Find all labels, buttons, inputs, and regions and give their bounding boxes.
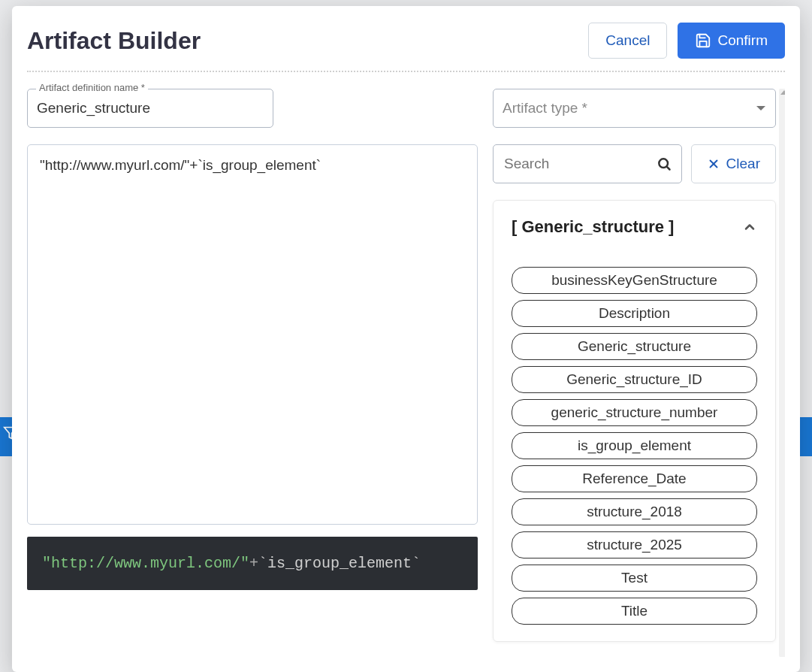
name-field-wrap: Artifact definition name *	[27, 89, 273, 128]
artifact-builder-modal: Artifact Builder Cancel Confirm Artifact…	[12, 6, 800, 672]
search-input[interactable]	[493, 144, 682, 183]
cancel-button[interactable]: Cancel	[588, 23, 667, 59]
chip-item[interactable]: Title	[512, 598, 757, 625]
artifact-type-select[interactable]: Artifact type *	[493, 89, 776, 128]
modal-body: Artifact definition name * "http://www.m…	[27, 72, 785, 657]
chip-item[interactable]: is_group_element	[512, 432, 757, 459]
panel-title: [ Generic_structure ]	[512, 217, 674, 237]
expression-textarea[interactable]: "http://www.myurl.com/"+`is_group_elemen…	[27, 144, 478, 525]
modal-header: Artifact Builder Cancel Confirm	[27, 23, 785, 72]
name-input[interactable]	[27, 89, 273, 128]
header-buttons: Cancel Confirm	[588, 23, 785, 59]
svg-line-2	[666, 167, 669, 170]
chip-item[interactable]: structure_2018	[512, 498, 757, 525]
chip-item[interactable]: generic_structure_number	[512, 399, 757, 426]
chip-item[interactable]: Test	[512, 565, 757, 592]
right-column: Artifact type * Clear	[493, 89, 785, 657]
save-icon	[695, 32, 711, 49]
search-wrap	[493, 144, 682, 183]
name-label: Artifact definition name *	[36, 82, 148, 93]
chip-item[interactable]: Generic_structure_ID	[512, 366, 757, 393]
chip-item[interactable]: businessKeyGenStructure	[512, 267, 757, 294]
preview-variable: `is_group_element`	[258, 555, 421, 572]
chevron-up-icon	[742, 219, 757, 235]
chip-item[interactable]: Description	[512, 300, 757, 327]
clear-button[interactable]: Clear	[691, 144, 776, 183]
left-column: Artifact definition name * "http://www.m…	[27, 89, 478, 657]
code-preview: "http://www.myurl.com/"+`is_group_elemen…	[27, 537, 478, 590]
search-row: Clear	[493, 144, 776, 183]
confirm-button[interactable]: Confirm	[678, 23, 785, 59]
close-icon	[707, 157, 720, 171]
preview-string: "http://www.myurl.com/"	[42, 555, 249, 572]
scroll-up-icon	[780, 90, 785, 95]
search-icon[interactable]	[657, 156, 672, 171]
preview-operator: +	[249, 555, 258, 572]
structure-panel: [ Generic_structure ] businessKeyGenStru…	[493, 200, 776, 642]
chip-list: businessKeyGenStructureDescriptionGeneri…	[512, 267, 757, 625]
modal-title: Artifact Builder	[27, 27, 201, 55]
panel-header[interactable]: [ Generic_structure ]	[512, 217, 757, 237]
chip-item[interactable]: Generic_structure	[512, 333, 757, 360]
type-field-wrap: Artifact type *	[493, 89, 776, 128]
chip-item[interactable]: Reference_Date	[512, 465, 757, 492]
scrollbar[interactable]	[779, 89, 785, 657]
chip-item[interactable]: structure_2025	[512, 531, 757, 558]
